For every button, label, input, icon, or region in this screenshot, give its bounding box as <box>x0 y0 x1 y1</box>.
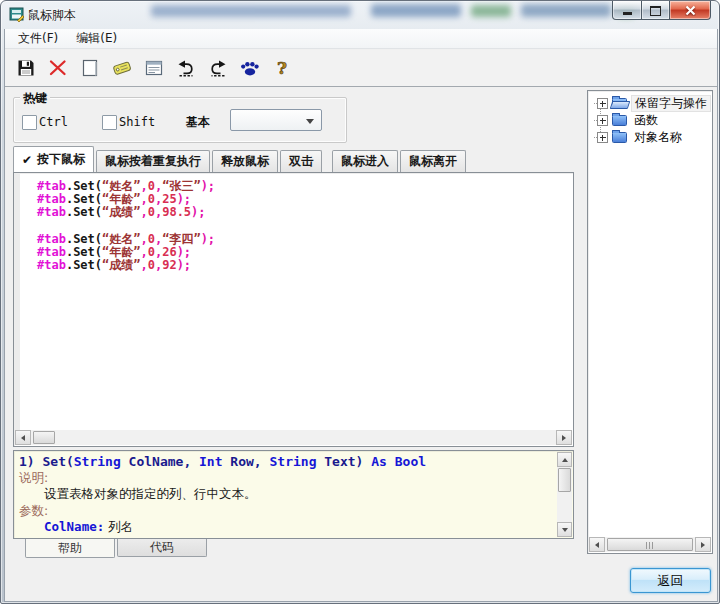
scrollbar-thumb[interactable] <box>558 468 571 492</box>
scroll-left-button[interactable] <box>589 537 605 552</box>
undo-button[interactable] <box>173 56 198 81</box>
code-token: 0 <box>148 232 155 246</box>
help-token: 列名 <box>104 519 133 534</box>
help-token: Row, <box>223 454 270 469</box>
code-token: , <box>140 192 147 206</box>
toolbar: ? <box>5 50 717 87</box>
hotkey-group: 热键 Ctrl Shift 基本 <box>13 97 347 143</box>
delete-button[interactable] <box>45 56 70 81</box>
scroll-right-button[interactable] <box>695 537 711 552</box>
scroll-right-icon <box>562 435 566 441</box>
reference-tree: 保留字与操作函数对象名称 <box>587 90 713 554</box>
hotkey-group-label: 热键 <box>20 90 50 107</box>
save-button[interactable] <box>13 56 38 81</box>
help-tab-1[interactable]: 帮助 <box>25 539 115 558</box>
folder-icon <box>612 115 627 126</box>
close-button[interactable] <box>670 1 711 20</box>
tree-item-3[interactable]: 对象名称 <box>588 129 712 146</box>
code-token: 26 <box>162 245 176 259</box>
scroll-down-icon <box>562 528 568 532</box>
form-view-icon <box>144 58 164 78</box>
svg-text:?: ? <box>277 58 287 78</box>
background-blob <box>151 5 351 17</box>
help-button[interactable]: ? <box>269 56 294 81</box>
delete-icon <box>48 58 68 78</box>
tree-items: 保留字与操作函数对象名称 <box>588 91 712 537</box>
event-tab-6[interactable]: 鼠标离开 <box>400 150 466 172</box>
hotkey-combobox[interactable] <box>230 109 322 131</box>
scroll-down-button[interactable] <box>557 522 572 537</box>
help-tab-2[interactable]: 代码 <box>117 539 207 557</box>
tree-item-1[interactable]: 保留字与操作 <box>588 95 712 112</box>
help-token: Int <box>199 454 222 469</box>
redo-icon <box>208 58 228 78</box>
code-area[interactable]: #tab.Set(“姓名”,0,“张三”);#tab.Set(“年龄”,0,25… <box>14 173 573 430</box>
tree-label: 保留字与操作 <box>631 95 711 112</box>
menu-item-1[interactable]: 文件(F) <box>9 28 67 49</box>
code-line: #tab.Set(“成绩”,0,92); <box>37 259 569 272</box>
form-view-button[interactable] <box>141 56 166 81</box>
return-button[interactable]: 返回 <box>630 568 711 593</box>
event-tab-label: 鼠标按着重复执行 <box>105 153 201 170</box>
scroll-up-button[interactable] <box>557 452 572 467</box>
save-icon <box>16 58 36 78</box>
help-panel: 1) Set(String ColName, Int Row, String T… <box>13 450 574 539</box>
expand-icon[interactable] <box>597 132 608 143</box>
chevron-down-icon <box>306 119 314 124</box>
shift-checkbox[interactable] <box>102 115 117 130</box>
code-token: .Set( <box>66 258 102 272</box>
help-vscrollbar[interactable] <box>557 452 572 537</box>
ctrl-checkbox-label: Ctrl <box>39 115 68 129</box>
help-token: Text) <box>316 454 371 469</box>
redo-button[interactable] <box>205 56 230 81</box>
menu-item-2[interactable]: 编辑(E) <box>67 28 126 49</box>
tag-icon <box>111 58 133 78</box>
scrollbar-thumb[interactable] <box>33 431 55 444</box>
code-token: #tab <box>37 245 66 259</box>
event-tab-4[interactable]: 双击 <box>280 150 322 172</box>
help-token: ColName: <box>19 519 104 534</box>
code-token: 0 <box>148 205 155 219</box>
maximize-button[interactable] <box>642 1 670 20</box>
code-token: 92 <box>162 258 176 272</box>
event-tab-5[interactable]: 鼠标进入 <box>332 150 398 172</box>
event-tab-1[interactable]: ✔按下鼠标 <box>13 146 94 172</box>
background-blob <box>521 4 611 17</box>
scroll-right-button[interactable] <box>556 430 572 445</box>
tree-hscrollbar[interactable] <box>589 537 711 552</box>
expand-icon[interactable] <box>597 98 608 109</box>
scroll-left-button[interactable] <box>15 430 31 445</box>
expand-icon[interactable] <box>597 115 608 126</box>
code-token: “李四” <box>162 232 200 246</box>
code-token: #tab <box>37 205 66 219</box>
paw-button[interactable] <box>237 56 262 81</box>
help-token: As Bool <box>371 454 426 469</box>
event-tab-strip: ✔按下鼠标鼠标按着重复执行释放鼠标双击鼠标进入鼠标离开 <box>13 147 468 172</box>
code-token: 0 <box>148 258 155 272</box>
tree-item-2[interactable]: 函数 <box>588 112 712 129</box>
event-tab-3[interactable]: 释放鼠标 <box>212 150 278 172</box>
help-token: 1) Set( <box>19 454 74 469</box>
code-token: .Set( <box>66 179 102 193</box>
minimize-button[interactable] <box>612 1 642 20</box>
scroll-left-icon <box>21 435 25 441</box>
code-token: .Set( <box>66 205 102 219</box>
new-form-button[interactable] <box>77 56 102 81</box>
ctrl-checkbox[interactable] <box>22 115 37 130</box>
tag-button[interactable] <box>109 56 134 81</box>
code-token: “姓名” <box>102 179 140 193</box>
basic-label: 基本 <box>186 114 210 131</box>
script-editor[interactable]: #tab.Set(“姓名”,0,“张三”);#tab.Set(“年龄”,0,25… <box>13 172 574 447</box>
tree-label: 函数 <box>631 113 661 128</box>
client-area: 文件(F)编辑(E) <box>4 29 718 602</box>
minimize-icon <box>623 12 632 15</box>
code-token: #tab <box>37 179 66 193</box>
code-token: .Set( <box>66 245 102 259</box>
code-token: ); <box>177 192 191 206</box>
undo-icon <box>176 58 196 78</box>
editor-hscrollbar[interactable] <box>15 430 572 445</box>
code-token: , <box>140 205 147 219</box>
event-tab-2[interactable]: 鼠标按着重复执行 <box>96 150 210 172</box>
scroll-up-icon <box>562 458 568 462</box>
scrollbar-thumb[interactable] <box>607 538 693 551</box>
